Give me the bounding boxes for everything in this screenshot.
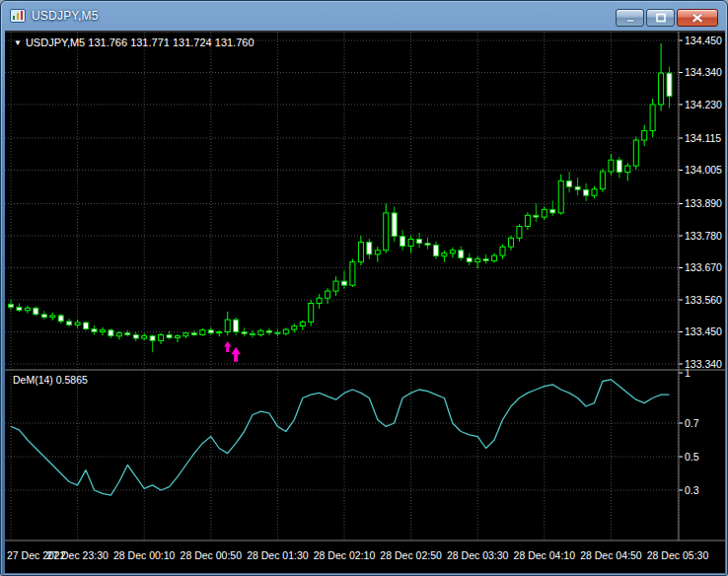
buy-arrow-icon [231,347,241,362]
svg-text:28 Dec 00:10: 28 Dec 00:10 [113,549,176,561]
svg-text:0.7: 0.7 [685,417,699,429]
svg-text:1: 1 [685,367,691,379]
svg-text:134.005: 134.005 [685,164,722,176]
svg-text:0.3: 0.3 [685,484,699,496]
svg-text:134.340: 134.340 [685,66,722,78]
mt4-chart-window: USDJPY,M5 134.450134.340134.230134.11513… [0,0,728,576]
window-title: USDJPY,M5 [32,9,99,23]
demarker-line [11,380,670,495]
svg-text:133.560: 133.560 [685,294,722,306]
svg-text:133.450: 133.450 [685,325,722,337]
svg-text:28 Dec 03:30: 28 Dec 03:30 [447,549,509,561]
titlebar[interactable]: USDJPY,M5 [1,1,727,31]
svg-text:28 Dec 01:30: 28 Dec 01:30 [247,549,309,561]
svg-text:134.230: 134.230 [685,99,722,110]
svg-text:133.670: 133.670 [685,261,722,273]
svg-text:28 Dec 04:10: 28 Dec 04:10 [514,549,576,561]
svg-text:28 Dec 02:10: 28 Dec 02:10 [314,549,376,561]
maximize-button[interactable] [646,9,675,27]
svg-text:28 Dec 00:50: 28 Dec 00:50 [181,549,243,561]
chart-app-icon [10,8,26,24]
svg-text:134.450: 134.450 [685,35,722,46]
svg-text:0.5: 0.5 [685,451,699,463]
window-controls [614,9,718,27]
minimize-button[interactable] [616,9,644,27]
svg-text:133.890: 133.890 [685,197,722,209]
chart-client-area[interactable]: 134.450134.340134.230134.115134.005133.8… [5,31,725,573]
svg-text:134.115: 134.115 [685,132,721,144]
svg-text:28 Dec 05:30: 28 Dec 05:30 [647,549,709,561]
svg-text:28 Dec 02:50: 28 Dec 02:50 [380,549,442,561]
maximize-icon [655,13,667,23]
close-icon [692,13,703,23]
svg-text:133.780: 133.780 [685,230,722,242]
minimize-icon [624,13,636,23]
price-chart-svg[interactable]: 134.450134.340134.230134.115134.005133.8… [5,31,725,573]
svg-text:28 Dec 04:50: 28 Dec 04:50 [580,549,642,561]
svg-text:27 Dec 23:30: 27 Dec 23:30 [46,549,109,561]
close-button[interactable] [677,9,718,27]
buy-arrow-icon [224,341,231,352]
